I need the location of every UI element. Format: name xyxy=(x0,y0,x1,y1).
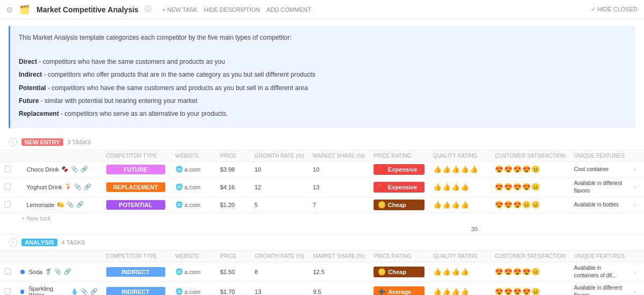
row-checkbox[interactable] xyxy=(4,268,11,275)
col-header-features-a: UNIQUE FEATURES xyxy=(569,250,628,262)
growth-rate-cell: 10 xyxy=(250,161,309,177)
new-task-button[interactable]: + NEW TASK xyxy=(162,6,197,13)
new-task-row-entry[interactable]: + New task xyxy=(0,213,644,224)
clip-icon[interactable]: 📎 xyxy=(67,201,74,208)
competitor-type-badge[interactable]: REPLACEMENT xyxy=(106,182,165,192)
task-emoji: 🥤 xyxy=(45,268,52,275)
market-share-cell: 9.5 xyxy=(309,282,369,295)
row-checkbox[interactable] xyxy=(4,183,11,190)
back-button[interactable]: ⊙ xyxy=(6,5,13,14)
col-header-price-rating: PRICE RATING xyxy=(369,150,429,162)
link-icon[interactable]: 🔗 xyxy=(80,166,88,173)
section-badge-analysis: ANALYSIS xyxy=(21,239,57,246)
website-link[interactable]: 🌐 a.com xyxy=(175,288,212,295)
task-emoji: 🍫 xyxy=(61,166,69,173)
desc-replacement: Replacement - competitors who serve as a… xyxy=(19,108,627,119)
table-row: Yoghurt Drink 🍹 📎 🔗 REPLACEMENT🌐 a.com$4… xyxy=(0,177,644,197)
price-cell: $1.50 xyxy=(216,262,250,282)
col-header-name-a xyxy=(16,250,102,262)
unique-features-cell: Available in containers of dif... xyxy=(569,262,628,282)
link-icon[interactable]: 🔗 xyxy=(64,268,71,275)
col-header-quality-a: QUALITY RATING xyxy=(429,250,491,262)
clip-icon[interactable]: 📎 xyxy=(71,166,78,173)
add-field-icon[interactable]: + xyxy=(633,202,636,208)
section-badge-new-entry: NEW ENTRY xyxy=(21,138,63,146)
task-name[interactable]: Yoghurt Drink xyxy=(27,184,62,190)
competitor-type-badge[interactable]: POTENTIAL xyxy=(106,200,165,210)
competitor-type-badge[interactable]: INDIRECT xyxy=(106,287,165,295)
row-checkbox[interactable] xyxy=(4,201,11,208)
growth-rate-cell: 5 xyxy=(250,197,309,212)
globe-icon: 🌐 xyxy=(175,201,183,208)
info-icon[interactable]: ⓘ xyxy=(145,5,151,14)
unique-features-cell: Available in different flavors xyxy=(570,177,629,197)
task-name[interactable]: Sparkling Water xyxy=(28,285,68,295)
row-checkbox[interactable] xyxy=(4,288,11,294)
rating-icon: ➕ xyxy=(378,288,386,295)
table-header-row: COMPETITOR TYPE WEBSITE PRICE GROWTH RAT… xyxy=(0,150,644,162)
table-row: Sparkling Water 💧 📎 🔗 INDIRECT🌐 a.com$1.… xyxy=(0,282,644,295)
price-rating-badge: 🪙 Cheap xyxy=(374,267,425,277)
hide-closed-button[interactable]: ✓ HIDE CLOSED xyxy=(591,6,638,13)
market-share-cell: 13 xyxy=(309,177,369,197)
add-field-icon[interactable]: + xyxy=(633,184,636,190)
task-name[interactable]: Lemonade xyxy=(27,202,55,208)
add-field-icon[interactable]: + xyxy=(633,166,636,173)
rating-label: Expensive xyxy=(388,166,417,173)
add-field-icon[interactable]: + xyxy=(633,269,636,275)
price-cell: $1.70 xyxy=(216,282,250,295)
price-cell: $3.98 xyxy=(216,161,250,177)
col-header-satisfaction-a: CUSTOMER SATISFACTION xyxy=(491,250,569,262)
sum-market-entry: 30 xyxy=(467,224,521,235)
hide-description-button[interactable]: HIDE DESCRIPTION xyxy=(204,6,260,13)
section-toggle-new-entry[interactable]: ○ xyxy=(9,138,17,146)
name-cell: Soda 🥤 📎 🔗 xyxy=(20,268,98,275)
clip-icon[interactable]: 📎 xyxy=(74,183,82,190)
website-link[interactable]: 🌐 a.com xyxy=(175,183,211,190)
unique-features-cell: Available in bottles xyxy=(570,197,629,212)
section-analysis-header: ○ ANALYSIS 4 TASKS xyxy=(0,235,644,250)
market-share-cell: 12.5 xyxy=(309,262,369,282)
globe-icon: 🌐 xyxy=(175,268,183,275)
price-cell: $1.20 xyxy=(216,197,250,212)
color-dot xyxy=(20,270,25,274)
price-rating-badge: 🔴 Expensive xyxy=(374,182,425,193)
website-link[interactable]: 🌐 a.com xyxy=(175,201,211,208)
add-field-icon[interactable]: + xyxy=(633,289,636,295)
clip-icon[interactable]: 📎 xyxy=(80,288,88,295)
color-dot xyxy=(20,290,25,294)
desc-indirect-term: Indirect xyxy=(19,71,42,78)
competitor-type-badge[interactable]: INDIRECT xyxy=(106,267,165,277)
globe-icon: 🌐 xyxy=(175,288,183,295)
rating-icon: 🪙 xyxy=(378,268,386,276)
col-header-market: MARKET SHARE (%) xyxy=(309,150,369,162)
add-comment-button[interactable]: ADD COMMENT xyxy=(267,6,311,13)
col-header-website-a: WEBSITE xyxy=(171,250,216,262)
rating-label: Average xyxy=(388,289,411,295)
name-cell: Lemonade 🍋 📎 🔗 xyxy=(20,201,98,208)
col-header-growth-a: GROWTH RATE (%) xyxy=(251,250,309,262)
section-toggle-analysis[interactable]: ○ xyxy=(9,238,17,247)
col-header-quality: QUALITY RATING xyxy=(429,150,491,162)
task-name[interactable]: Choco Drink xyxy=(27,166,60,173)
link-icon[interactable]: 🔗 xyxy=(84,183,91,190)
desc-replacement-term: Replacement xyxy=(19,110,59,117)
row-checkbox[interactable] xyxy=(4,166,11,172)
quality-thumbs: 👍👍👍👍 xyxy=(433,268,470,276)
price-rating-badge: 🪙 Cheap xyxy=(374,200,425,210)
col-header-check xyxy=(0,150,16,162)
website-link[interactable]: 🌐 a.com xyxy=(175,268,212,275)
link-icon[interactable]: 🔗 xyxy=(90,288,98,295)
satisfaction-emojis: 😍😍😍😍😐 xyxy=(495,183,540,191)
quality-thumbs: 👍👍👍👍 xyxy=(433,201,470,209)
clip-icon[interactable]: 📎 xyxy=(54,268,62,275)
competitor-type-badge[interactable]: FUTURE xyxy=(106,165,165,174)
col-header-type: COMPETITOR TYPE xyxy=(102,150,171,162)
website-link[interactable]: 🌐 a.com xyxy=(175,166,211,173)
globe-icon: 🌐 xyxy=(175,183,183,190)
task-name[interactable]: Soda xyxy=(29,269,43,275)
page-title: Market Competitive Analysis xyxy=(36,5,138,14)
link-icon[interactable]: 🔗 xyxy=(76,201,84,208)
rating-icon: 🔴 xyxy=(378,183,386,191)
col-header-market-a: MARKET SHARE (%) xyxy=(309,250,369,262)
